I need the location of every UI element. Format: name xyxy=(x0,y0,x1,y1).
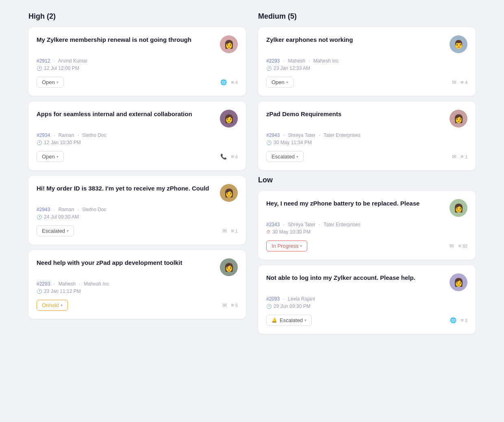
clock-icon: 🕐 xyxy=(37,289,42,294)
assignee: Leela Rajani xyxy=(288,296,315,302)
card-low-1: Hey, I need my zPhone battery to be repl… xyxy=(258,191,476,260)
list-icon: ≡ xyxy=(461,317,464,323)
card-medium-2: zPad Demo Requirements 👩 #2943 · Shreya … xyxy=(258,102,476,170)
card-high-1: My Zylkere membership renewal is not goi… xyxy=(28,27,246,96)
assignee: Shreya Tater xyxy=(288,132,315,138)
card-low-1-time: ⏱ 30 May 10:30 PM xyxy=(266,229,467,235)
card-high-2-footer: Open ▾ 📞 ≡ 6 xyxy=(37,151,238,162)
column-medium-header: Medium (5) xyxy=(258,12,476,21)
card-medium-2-time: 🕐 30 May 11:34 PM xyxy=(266,140,467,145)
card-low-1-footer: In Progress ▾ ✉ ≡ 92 xyxy=(266,240,467,251)
card-low-2-time: 🕐 29 Jun 09:30 PM xyxy=(266,303,467,309)
chevron-down-icon: ▾ xyxy=(56,80,59,84)
ticket-id: #2093 xyxy=(266,296,280,302)
column-high: High (2) My Zylkere membership renewal i… xyxy=(28,12,246,340)
status-open-button[interactable]: Open ▾ xyxy=(37,151,64,162)
clock-icon: 🕐 xyxy=(37,214,42,220)
card-high-3-meta: #2943 · Raman · Stetho Doc xyxy=(37,207,238,212)
phone-icon[interactable]: 📞 xyxy=(220,154,227,160)
thread-count: ≡ 4 xyxy=(231,79,238,85)
card-high-1-title: My Zylkere membership renewal is not goi… xyxy=(37,35,220,44)
card-high-4-icons: ✉ ≡ 6 xyxy=(222,302,238,308)
card-high-4-time: 🕐 23 Jan 11:12 PM xyxy=(37,288,238,294)
card-high-4-footer: Onhold ▾ ✉ ≡ 6 xyxy=(37,300,238,311)
assignee: Arvind Kumar xyxy=(58,58,88,64)
card-high-3-title: Hi! My order ID is 3832. I'm yet to rece… xyxy=(37,184,220,193)
assignee: Mahesh xyxy=(58,281,76,287)
list-icon: ≡ xyxy=(231,302,234,308)
company: Stetho Doc xyxy=(82,132,106,138)
status-escalated-button[interactable]: Escalated ▾ xyxy=(266,151,304,162)
card-high-2: Apps for seamless internal and external … xyxy=(28,102,246,170)
card-high-1-footer: Open ▾ 🌐 ≡ 4 xyxy=(37,77,238,88)
card-high-1-time: 🕐 12 Jul 12:00 PM xyxy=(37,65,238,71)
list-icon: ≡ xyxy=(231,228,234,234)
column-right: Medium (5) Zylker earphones not working … xyxy=(258,12,476,340)
card-low-2-title: Not able to log into my Zylker account. … xyxy=(266,273,450,282)
globe-icon[interactable]: 🌐 xyxy=(220,79,227,85)
list-icon: ≡ xyxy=(461,79,464,85)
card-high-4-avatar: 👩 xyxy=(220,258,238,276)
card-low-2-footer: 🔔 Escalated ▾ 🌐 ≡ 2 xyxy=(266,315,467,326)
ticket-id: #2912 xyxy=(37,58,50,64)
assignee: Mahesh xyxy=(288,58,305,64)
assignee: Raman xyxy=(58,132,74,138)
ticket-id: #2943 xyxy=(266,132,280,138)
company: Tater Enterprises xyxy=(324,132,361,138)
card-medium-1-time: 🕐 23 Jan 12:33 AM xyxy=(266,65,467,71)
email-icon[interactable]: ✉ xyxy=(222,228,227,234)
thread-count: ≡ 2 xyxy=(461,317,467,323)
status-onhold-button[interactable]: Onhold ▾ xyxy=(37,300,68,311)
thread-count: ≡ 6 xyxy=(231,302,238,308)
status-escalated-button[interactable]: 🔔 Escalated ▾ xyxy=(266,315,312,326)
thread-count: ≡ 1 xyxy=(461,154,467,160)
ticket-id: #2943 xyxy=(37,207,50,212)
email-icon[interactable]: ✉ xyxy=(222,302,227,308)
company: Mahesh Inc xyxy=(313,58,339,64)
email-icon[interactable]: ✉ xyxy=(450,243,454,249)
chevron-down-icon: ▾ xyxy=(61,303,63,307)
assignee: Shreya Tater xyxy=(288,222,315,227)
status-open-button[interactable]: Open ▾ xyxy=(37,77,64,88)
card-high-3: Hi! My order ID is 3832. I'm yet to rece… xyxy=(28,176,246,245)
email-icon[interactable]: ✉ xyxy=(452,79,456,85)
email-icon[interactable]: ✉ xyxy=(452,154,456,160)
clock-icon: 🕐 xyxy=(266,304,272,309)
chevron-down-icon: ▾ xyxy=(304,318,306,322)
chevron-down-icon: ▾ xyxy=(300,244,302,248)
card-medium-1-icons: ✉ ≡ 4 xyxy=(452,79,467,85)
status-escalated-button[interactable]: Escalated ▾ xyxy=(37,225,74,236)
card-high-2-meta: #2934 · Raman · Stetho Doc xyxy=(37,132,238,138)
thread-count: ≡ 4 xyxy=(461,79,467,85)
ticket-id: #2293 xyxy=(37,281,50,287)
card-medium-2-avatar: 👩 xyxy=(450,110,467,128)
status-open-button[interactable]: Open ▾ xyxy=(266,77,293,88)
column-low-header: Low xyxy=(258,176,476,184)
card-low-2-meta: #2093 · Leela Rajani xyxy=(266,296,467,302)
assignee: Raman xyxy=(58,207,74,212)
card-low-1-icons: ✉ ≡ 92 xyxy=(450,243,467,249)
company: Tater Enterprises xyxy=(324,222,361,227)
card-medium-2-title: zPad Demo Requirements xyxy=(266,110,450,118)
chevron-down-icon: ▾ xyxy=(296,154,298,159)
card-high-4-meta: #2293 · Mahesh · Mahesh Inc xyxy=(37,281,238,287)
card-medium-1-avatar: 👨 xyxy=(450,35,467,53)
status-inprogress-button[interactable]: In Progress ▾ xyxy=(266,240,307,251)
company: Stetho Doc xyxy=(82,207,106,212)
ticket-id: #2343 xyxy=(266,222,280,227)
chevron-down-icon: ▾ xyxy=(56,154,59,159)
clock-icon: ⏱ xyxy=(266,229,271,234)
card-medium-2-footer: Escalated ▾ ✉ ≡ 1 xyxy=(266,151,467,162)
ticket-id: #2293 xyxy=(266,58,280,64)
card-low-1-avatar: 👩 xyxy=(450,199,467,217)
card-high-3-time: 🕐 24 Jul 09:30 AM xyxy=(37,214,238,220)
globe-icon[interactable]: 🌐 xyxy=(450,317,456,323)
card-medium-2-meta: #2943 · Shreya Tater · Tater Enterprises xyxy=(266,132,467,138)
card-low-2-avatar: 👩 xyxy=(450,273,467,291)
card-medium-1-title: Zylker earphones not working xyxy=(266,35,450,44)
card-high-2-avatar: 👩 xyxy=(220,110,238,128)
list-icon: ≡ xyxy=(231,79,234,85)
card-high-3-footer: Escalated ▾ ✉ ≡ 1 xyxy=(37,225,238,236)
card-medium-1-meta: #2293 · Mahesh · Mahesh Inc xyxy=(266,58,467,64)
clock-icon: 🕐 xyxy=(266,66,272,71)
